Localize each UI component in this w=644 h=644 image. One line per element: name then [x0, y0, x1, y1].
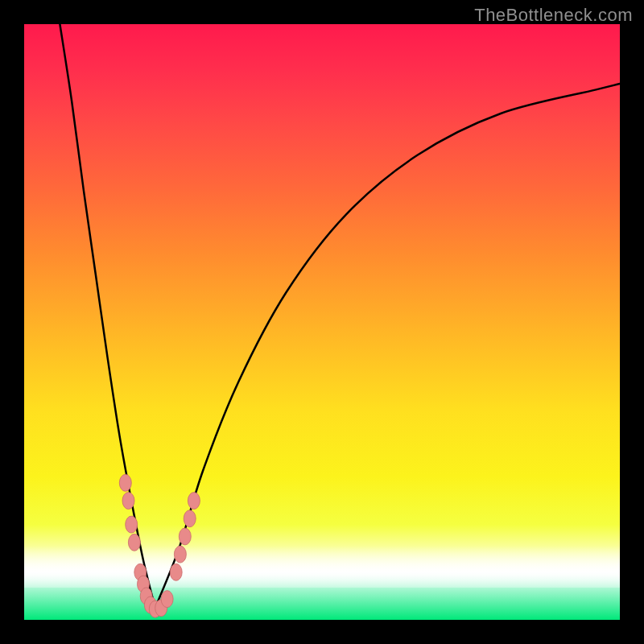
- valley-marker: [174, 546, 186, 563]
- valley-marker: [144, 597, 156, 613]
- watermark-text: TheBottleneck.com: [474, 5, 633, 26]
- valley-markers: [119, 474, 200, 617]
- curve-layer: [24, 24, 620, 620]
- valley-marker: [119, 474, 131, 491]
- valley-marker: [122, 493, 134, 510]
- valley-marker: [161, 591, 173, 608]
- valley-marker: [140, 588, 152, 605]
- valley-marker: [155, 600, 167, 617]
- valley-marker: [134, 564, 147, 580]
- valley-marker: [138, 576, 150, 592]
- right-branch-curve: [155, 84, 620, 608]
- left-branch-curve: [60, 24, 155, 608]
- valley-marker: [126, 516, 138, 533]
- chart-frame: TheBottleneck.com: [0, 0, 644, 644]
- valley-marker: [179, 528, 191, 545]
- valley-marker: [128, 534, 140, 551]
- valley-marker: [188, 493, 200, 510]
- valley-marker: [149, 601, 161, 617]
- plot-area: [24, 24, 620, 620]
- pale-band: [24, 546, 620, 588]
- valley-marker: [170, 564, 182, 580]
- valley-marker: [184, 510, 196, 527]
